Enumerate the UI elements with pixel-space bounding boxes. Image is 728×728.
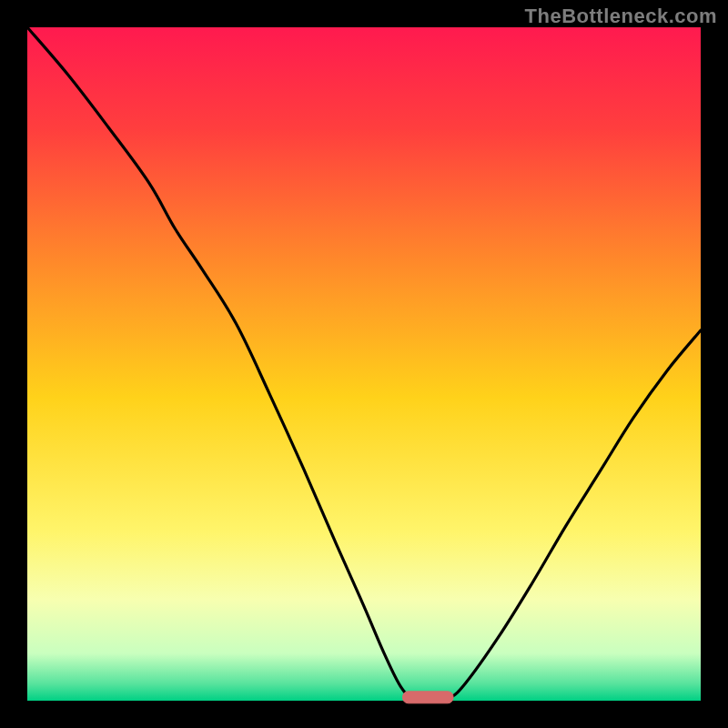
optimal-range-marker (403, 692, 454, 703)
bottleneck-curve-plot (0, 0, 728, 728)
watermark-text: TheBottleneck.com (525, 5, 717, 28)
gradient-background (27, 27, 701, 701)
chart-frame: TheBottleneck.com (0, 0, 728, 728)
